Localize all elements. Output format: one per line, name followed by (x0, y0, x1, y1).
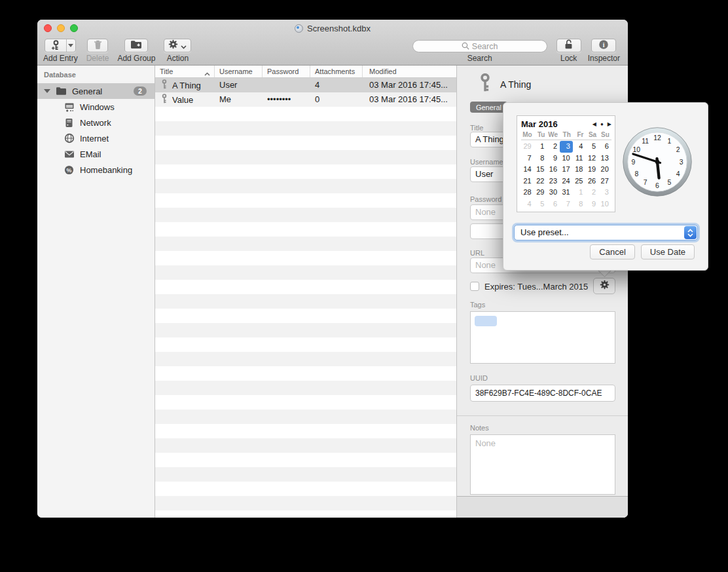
clock-number: 8 (634, 170, 638, 178)
table-row[interactable]: ValueMe••••••••003 Mar 2016 17:45... (155, 92, 456, 107)
calendar-day[interactable]: 9 (547, 153, 560, 164)
calendar-day[interactable]: 24 (560, 176, 573, 187)
sidebar-item-general[interactable]: General 2 (37, 83, 155, 99)
calendar-day[interactable]: 28 (521, 187, 534, 199)
table-row[interactable]: A ThingUser403 Mar 2016 17:45... (155, 78, 456, 92)
minimize-button[interactable] (57, 24, 65, 32)
calendar-day[interactable]: 10 (560, 153, 573, 164)
add-entry-button[interactable] (45, 39, 76, 52)
calendar-day[interactable]: 9 (585, 199, 598, 210)
calendar-day[interactable]: 22 (534, 176, 547, 187)
lock-button[interactable] (556, 39, 581, 52)
calendar-day[interactable]: 7 (521, 153, 534, 164)
calendar-day[interactable]: 8 (534, 153, 547, 164)
expires-gear-button[interactable] (593, 278, 615, 294)
zoom-button[interactable] (70, 24, 78, 32)
inspector-button[interactable]: i (591, 39, 616, 52)
sidebar-item-email[interactable]: EMail (37, 146, 155, 162)
sidebar-item-homebanking[interactable]: %Homebanking (37, 162, 155, 178)
calendar-day[interactable]: 6 (547, 199, 560, 210)
calendar-day[interactable]: 4 (573, 141, 586, 153)
titlebar[interactable]: Screenshot.kdbx (37, 20, 628, 37)
calendar-day[interactable]: 27 (598, 176, 611, 187)
calendar-day[interactable]: 31 (560, 187, 573, 199)
search-input[interactable]: Search (412, 40, 547, 52)
calendar-day[interactable]: 11 (573, 153, 586, 164)
calendar-prev-button[interactable]: ◀ (592, 121, 596, 127)
sidebar-item-label: EMail (80, 149, 101, 159)
header-cell-modified[interactable]: Modified (363, 66, 456, 77)
close-button[interactable] (44, 24, 52, 32)
cancel-button[interactable]: Cancel (590, 244, 634, 259)
header-cell-password[interactable]: Password (263, 66, 310, 77)
expires-checkbox[interactable] (470, 282, 479, 291)
calendar-day[interactable]: 6 (598, 141, 611, 153)
notes-box[interactable]: None (470, 434, 615, 495)
add-group-label: Add Group (117, 54, 155, 63)
calendar-day[interactable]: 4 (521, 199, 534, 210)
calendar-day[interactable]: 19 (585, 164, 598, 176)
clock-number: 1 (667, 138, 671, 145)
calendar-day[interactable]: 5 (585, 141, 598, 153)
header-cell-label: Username (219, 67, 253, 75)
add-group-button[interactable] (124, 39, 148, 52)
sidebar-item-windows[interactable]: Windows (37, 99, 155, 115)
delete-button[interactable] (87, 39, 108, 52)
tags-box[interactable] (470, 311, 615, 364)
calendar-day[interactable]: 20 (598, 164, 611, 176)
preset-select-value: Use preset... (520, 227, 569, 237)
calendar-day[interactable]: 3 (598, 187, 611, 199)
calendar-day[interactable]: 1 (534, 141, 547, 153)
calendar-day[interactable]: 2 (547, 141, 560, 153)
calendar-day[interactable]: 5 (534, 199, 547, 210)
search-label: Search (467, 54, 492, 63)
calendar-day[interactable]: 29 (534, 187, 547, 199)
calendar-next-button[interactable]: ▶ (608, 121, 611, 127)
tab-general[interactable]: General (470, 102, 507, 113)
calendar-day[interactable]: 15 (534, 164, 547, 176)
window-title: Screenshot.kdbx (307, 24, 371, 33)
folder-plus-icon (130, 40, 142, 52)
calendar-day[interactable]: 21 (521, 176, 534, 187)
calendar-day[interactable]: 25 (573, 176, 586, 187)
calendar-day[interactable]: 14 (521, 164, 534, 176)
calendar-day[interactable]: 29 (521, 141, 534, 153)
desktop: Screenshot.kdbx Add Entry (0, 0, 728, 572)
calendar-day[interactable]: 13 (598, 153, 611, 164)
tag-token[interactable] (475, 316, 497, 326)
preset-select[interactable]: Use preset... (514, 225, 698, 240)
calendar-weekday: Sa (585, 131, 598, 138)
calendar-day[interactable]: 7 (560, 199, 573, 210)
divider (457, 415, 628, 416)
calendar-day[interactable]: 17 (560, 164, 573, 176)
calendar-day[interactable]: 23 (547, 176, 560, 187)
disclosure-triangle-icon[interactable] (44, 89, 50, 93)
sidebar-item-network[interactable]: Network (37, 115, 155, 130)
calendar-day[interactable]: 2 (585, 187, 598, 199)
toolbar: Add Entry Delete A (37, 37, 628, 66)
entry-title-text: A Thing (172, 81, 201, 90)
calendar-day[interactable]: 18 (573, 164, 586, 176)
use-date-button[interactable]: Use Date (641, 244, 695, 259)
stepper-icon[interactable] (684, 226, 697, 239)
calendar-day[interactable]: 12 (585, 153, 598, 164)
calendar-day[interactable]: 10 (598, 199, 611, 210)
calendar-day[interactable]: 30 (547, 187, 560, 199)
calendar-day[interactable]: 8 (573, 199, 586, 210)
add-entry-dropdown[interactable] (66, 39, 76, 52)
uuid-field[interactable]: 38F629B7-FC4E-489C-8DCF-0CAE (470, 385, 615, 402)
calendar-weekday: Su (598, 131, 611, 138)
header-cell-title[interactable]: Title (155, 66, 215, 77)
clock-number: 11 (642, 138, 649, 145)
header-cell-username[interactable]: Username (215, 66, 263, 77)
calendar-day[interactable]: 16 (547, 164, 560, 176)
header-cell-attachments[interactable]: Attachments (310, 66, 363, 77)
sidebar-header: Database (37, 71, 155, 79)
password-label: Password (470, 195, 501, 203)
calendar-day[interactable]: 26 (585, 176, 598, 187)
action-button[interactable] (164, 39, 191, 52)
calendar-day[interactable]: 1 (573, 187, 586, 199)
sidebar-item-internet[interactable]: Internet (37, 130, 155, 146)
calendar-today-button[interactable]: ● (600, 121, 604, 127)
calendar-day-selected[interactable]: 3 (560, 141, 573, 153)
